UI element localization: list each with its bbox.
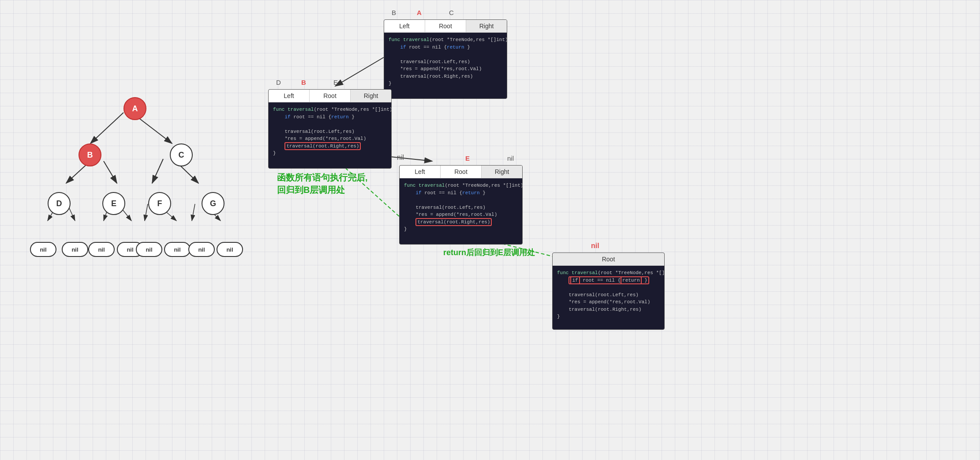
label-C: C [449, 9, 454, 16]
svg-line-7 [90, 113, 123, 143]
top-code-content: func traversal(root *TreeNode,res *[]int… [384, 33, 507, 91]
svg-line-10 [104, 161, 117, 183]
nil-label-mid: nil [397, 154, 404, 162]
nil-6: nil [164, 242, 191, 257]
code-line-2: if root == nil {return } [389, 44, 502, 51]
label-B-active: B [301, 79, 306, 86]
right-code-line-5: *res = append(*res,root.Val) [404, 211, 518, 219]
nil-2: nil [62, 242, 88, 257]
bottom-call-box-header: Root [553, 253, 664, 266]
bottom-code-line-4: traversal(root.Left,res) [557, 291, 660, 299]
tab-root-bottom[interactable]: Root [553, 253, 664, 265]
right-code-line-2: if root == nil {return } [404, 189, 518, 197]
nil-8: nil [217, 242, 243, 257]
bottom-code-content: func traversal(root *TreeNode,res *[]int… [553, 266, 664, 324]
mid-code-content: func traversal(root *TreeNode,res *[]int… [269, 102, 391, 161]
svg-line-19 [192, 204, 195, 221]
node-F: F [148, 192, 171, 215]
top-call-box-header: Left Root Right [384, 20, 507, 33]
mid-code-line-7: } [273, 150, 387, 157]
right-code-line-3 [404, 196, 518, 204]
mid-call-box-header: Left Root Right [269, 90, 391, 102]
right-code-line-7: } [404, 226, 518, 233]
mid-call-box: Left Root Right func traversal(root *Tre… [268, 89, 392, 169]
nil-7: nil [188, 242, 215, 257]
right-call-box: Left Root Right func traversal(root *Tre… [399, 165, 523, 245]
svg-line-8 [135, 115, 172, 143]
node-G: G [202, 192, 224, 215]
code-line-6: traversal(root.Right,res) [389, 73, 502, 80]
code-line-7: } [389, 80, 502, 87]
tab-left-right[interactable]: Left [400, 166, 441, 178]
bottom-code-line-3 [557, 284, 660, 291]
code-line-5: *res = append(*res,root.Val) [389, 65, 502, 73]
code-line-1: func traversal(root *TreeNode,res *[]int… [389, 36, 502, 44]
right-code-line-4: traversal(root.Left,res) [404, 204, 518, 211]
svg-line-17 [145, 204, 148, 221]
mid-code-line-6: traversal(root.Right,res) [273, 143, 387, 150]
bottom-call-box: Root func traversal(root *TreeNode,res *… [552, 253, 665, 330]
mid-code-line-2: if root == nil {return } [273, 113, 387, 121]
bottom-code-line-5: *res = append(*res,root.Val) [557, 298, 660, 306]
tab-right-mid[interactable]: Right [351, 90, 391, 102]
right-call-box-header: Left Root Right [400, 166, 522, 178]
tab-left-top[interactable]: Left [384, 20, 425, 32]
tab-root-mid[interactable]: Root [310, 90, 351, 102]
bottom-code-line-6: traversal(root.Right,res) [557, 306, 660, 313]
node-B: B [79, 143, 101, 166]
chinese-annotation-1: 函数所有语句执行完后, 回归到B层调用处 [277, 171, 368, 196]
right-code-line-1: func traversal(root *TreeNode,res *[]int… [404, 182, 518, 189]
code-line-4: traversal(root.Left,res) [389, 58, 502, 66]
mid-code-line-1: func traversal(root *TreeNode,res *[]int… [273, 106, 387, 113]
bottom-code-line-1: func traversal(root *TreeNode,res *[]int… [557, 269, 660, 277]
nil-3: nil [88, 242, 115, 257]
label-E-active: E [465, 155, 470, 162]
right-code-line-6: traversal(root.Right,res) [404, 219, 518, 226]
tab-left-mid[interactable]: Left [269, 90, 310, 102]
tree-lines [22, 66, 287, 375]
bottom-code-line-7: } [557, 313, 660, 320]
label-A-active: A [417, 9, 422, 16]
nil-right-label: nil [507, 155, 514, 162]
tab-right-right[interactable]: Right [482, 166, 522, 178]
svg-line-3 [335, 57, 384, 86]
return-annotation: return后回归到E层调用处 [443, 247, 535, 258]
node-E: E [102, 192, 125, 215]
code-line-3 [389, 51, 502, 58]
mid-code-line-4: traversal(root.Left,res) [273, 128, 387, 136]
right-code-content: func traversal(root *TreeNode,res *[]int… [400, 178, 522, 237]
mid-code-line-3 [273, 121, 387, 128]
tab-root-right[interactable]: Root [441, 166, 482, 178]
svg-line-11 [152, 159, 163, 183]
tab-root-top[interactable]: Root [425, 20, 466, 32]
nil-label-bottom: nil [591, 242, 599, 250]
node-D: D [48, 192, 71, 215]
bottom-code-line-2: if root == nil {return } [557, 277, 660, 284]
label-B: B [392, 9, 396, 16]
label-D: D [276, 79, 281, 86]
nil-5: nil [136, 242, 162, 257]
mid-code-line-5: *res = append(*res,root.Val) [273, 135, 387, 143]
node-A: A [123, 97, 146, 120]
top-call-box: Left Root Right func traversal(root *Tre… [384, 19, 507, 99]
label-E: E [333, 79, 338, 86]
nil-1: nil [30, 242, 56, 257]
node-C: C [170, 143, 193, 166]
tab-right-top[interactable]: Right [466, 20, 507, 32]
